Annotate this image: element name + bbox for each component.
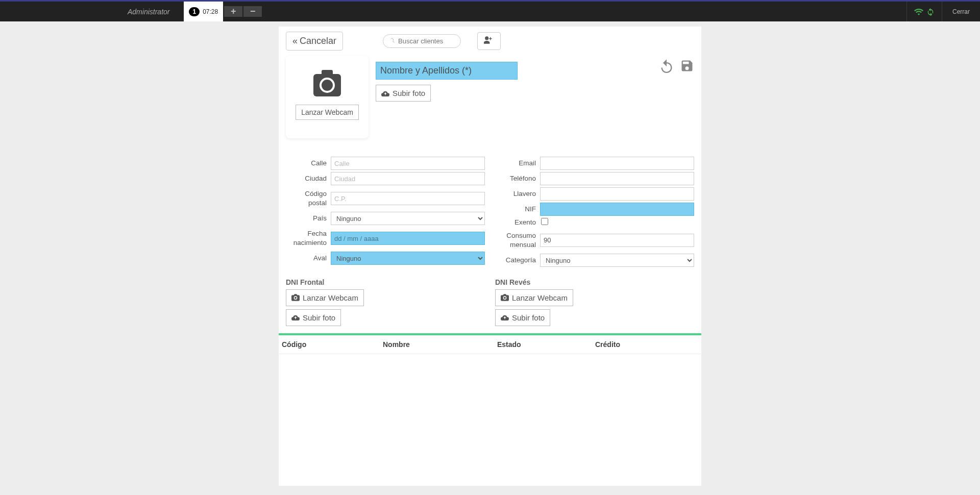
th-codigo: Código (282, 340, 383, 349)
dni-back-webcam-button[interactable]: Lanzar Webcam (495, 289, 573, 306)
undo-icon[interactable] (659, 59, 674, 73)
admin-label: Administrator (0, 8, 184, 16)
dni-front-webcam-button[interactable]: Lanzar Webcam (286, 289, 364, 306)
fnac-input[interactable] (331, 232, 485, 245)
cp-input[interactable] (331, 192, 485, 205)
dni-back-webcam-label: Lanzar Webcam (512, 293, 568, 302)
email-label: Email (495, 159, 540, 168)
camera-icon (313, 74, 341, 96)
tel-label: Teléfono (495, 174, 540, 183)
dni-front-upload-label: Subir foto (303, 313, 335, 322)
calle-input[interactable] (331, 157, 485, 170)
consumo-input[interactable] (540, 234, 694, 247)
close-button[interactable]: Cerrar (942, 2, 980, 21)
status-icons (906, 2, 942, 21)
cat-select[interactable]: Ninguno (540, 254, 694, 267)
cloud-upload-icon (501, 314, 509, 321)
dni-front-webcam-label: Lanzar Webcam (303, 293, 358, 302)
th-nombre: Nombre (383, 340, 497, 349)
calle-label: Calle (286, 159, 331, 168)
dni-front-upload-button[interactable]: Subir foto (286, 309, 341, 326)
table-header: Código Nombre Estado Crédito (279, 335, 701, 354)
upload-photo-button[interactable]: Subir foto (376, 85, 431, 102)
order-tab[interactable]: 1 07:28 (184, 2, 223, 21)
search-icon (389, 38, 395, 45)
llavero-input[interactable] (540, 187, 694, 201)
exento-checkbox[interactable] (541, 218, 548, 225)
save-icon[interactable] (680, 59, 694, 73)
pais-label: País (286, 214, 331, 223)
cat-label: Categoría (495, 256, 540, 265)
camera-icon (291, 294, 300, 301)
tab-badge: 1 (189, 7, 200, 16)
user-plus-icon (484, 36, 494, 44)
tab-time: 07:28 (203, 8, 218, 15)
dni-back-upload-button[interactable]: Subir foto (495, 309, 550, 326)
wifi-icon (914, 8, 923, 15)
sync-icon[interactable] (926, 8, 935, 16)
ciudad-label: Ciudad (286, 174, 331, 183)
llavero-label: Llavero (495, 189, 540, 199)
cancel-label: Cancelar (300, 36, 336, 46)
tel-input[interactable] (540, 172, 694, 185)
aval-select[interactable]: Ninguno (331, 252, 485, 265)
cloud-upload-icon (291, 314, 300, 321)
name-input[interactable] (376, 62, 518, 80)
dni-front-title: DNI Frontal (286, 278, 485, 286)
upload-photo-label: Subir foto (393, 89, 425, 97)
camera-icon (501, 294, 509, 301)
add-tab-button[interactable]: + (224, 6, 242, 17)
fnac-label: Fecha nacimiento (286, 229, 331, 247)
chevron-left-icon: « (292, 36, 298, 46)
photo-card: Lanzar Webcam (286, 56, 369, 138)
remove-tab-button[interactable]: − (243, 6, 262, 17)
search-input[interactable] (398, 37, 454, 45)
ciudad-input[interactable] (331, 172, 485, 185)
search-wrap[interactable] (383, 34, 461, 48)
add-user-button[interactable] (477, 32, 501, 50)
cloud-upload-icon (381, 90, 389, 97)
pais-select[interactable]: Ninguno (331, 212, 485, 225)
cp-label: Código postal (286, 189, 331, 207)
consumo-label: Consumo mensual (495, 231, 540, 249)
launch-webcam-button[interactable]: Lanzar Webcam (296, 105, 359, 120)
th-estado: Estado (497, 340, 595, 349)
dni-back-upload-label: Subir foto (512, 313, 545, 322)
email-input[interactable] (540, 157, 694, 170)
dni-back-title: DNI Revés (495, 278, 694, 286)
nif-input[interactable] (540, 203, 694, 216)
aval-label: Aval (286, 254, 331, 263)
exento-label: Exento (495, 218, 540, 227)
th-credito: Crédito (595, 340, 698, 349)
nif-label: NIF (495, 205, 540, 214)
cancel-button[interactable]: « Cancelar (286, 32, 343, 51)
